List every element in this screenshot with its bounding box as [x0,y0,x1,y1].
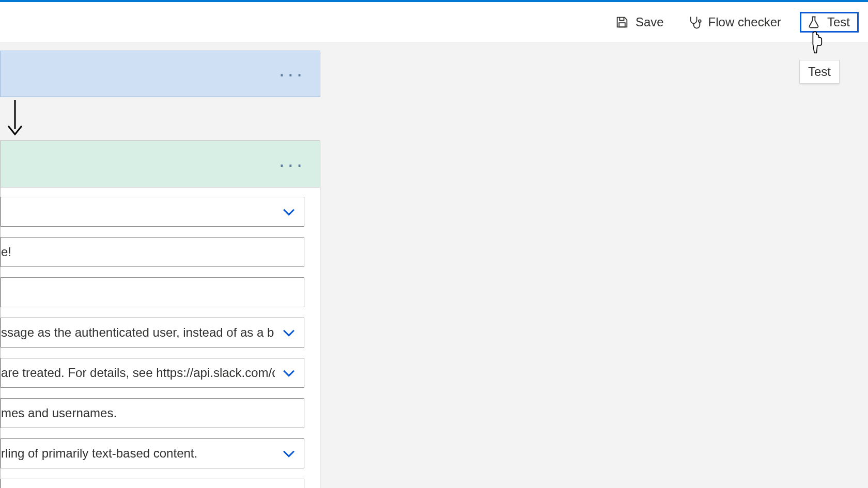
field-value: are treated. For details, see https://ap… [1,366,275,380]
action-card[interactable]: ··· e! ssage as the authenticated user, … [0,140,320,488]
save-button[interactable]: Save [610,12,669,33]
field-value: mes and usernames. [1,406,298,420]
dropdown-field[interactable]: rling of primarily text-based content. [1,438,304,468]
dropdown-field[interactable]: are treated. For details, see https://ap… [1,358,304,388]
svg-point-1 [699,20,701,22]
trigger-card[interactable]: ··· [0,51,320,97]
stethoscope-icon [688,15,702,29]
tooltip-text: Test [808,65,831,78]
svg-rect-0 [619,23,625,27]
action-card-body: e! ssage as the authenticated user, inst… [1,187,320,488]
command-bar: Save Flow checker Test [0,2,868,42]
chevron-down-icon [280,364,298,382]
field-value: e! [1,245,298,259]
save-icon [615,15,629,29]
test-button[interactable]: Test [800,12,859,33]
dropdown-field[interactable]: ssage as the authenticated user, instead… [1,318,304,348]
test-tooltip: Test [799,60,840,84]
flow-arrow-icon [5,99,25,136]
text-field[interactable] [1,277,304,307]
flow-checker-button[interactable]: Flow checker [683,12,786,33]
flow-checker-label: Flow checker [708,15,781,29]
field-value: ssage as the authenticated user, instead… [1,325,275,340]
chevron-down-icon [280,324,298,341]
flask-icon [807,15,821,29]
chevron-down-icon [280,485,298,488]
action-card-header[interactable]: ··· [1,141,320,187]
dropdown-field[interactable]: rling of media content. [1,479,304,488]
save-label: Save [636,15,664,29]
flow-canvas: ··· ··· e! ssage as the authenticated us… [0,51,320,488]
chevron-down-icon [280,445,298,462]
text-field[interactable]: e! [1,237,304,267]
test-label: Test [827,15,850,29]
text-field[interactable]: mes and usernames. [1,398,304,428]
chevron-down-icon [280,203,298,221]
dropdown-field[interactable] [1,197,304,227]
field-value: rling of primarily text-based content. [1,446,275,461]
